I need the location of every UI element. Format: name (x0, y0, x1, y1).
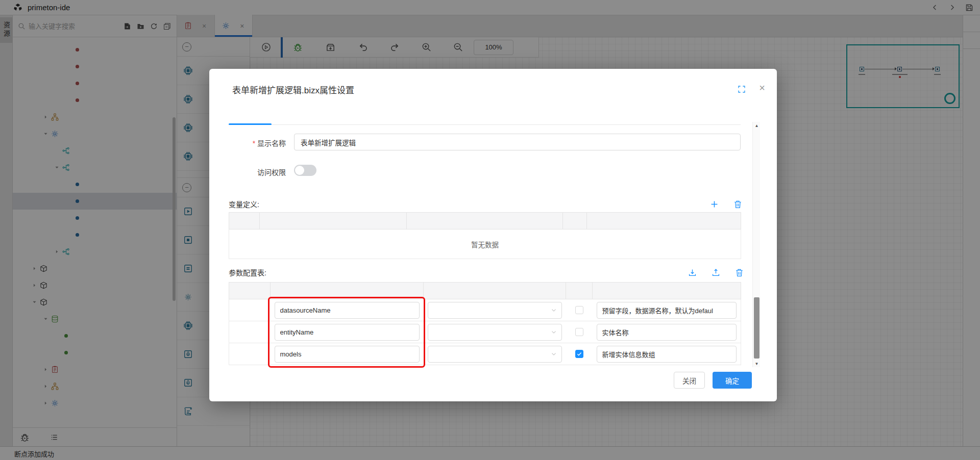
param-section-actions (675, 266, 745, 278)
display-name-label: 显示名称 (229, 138, 286, 148)
param-desc-input[interactable] (597, 346, 737, 363)
param-kind (229, 343, 271, 365)
access-permission-toggle[interactable] (294, 165, 316, 176)
param-array-checkbox[interactable] (575, 328, 583, 336)
param-table-header (566, 283, 593, 299)
scrollbar-thumb[interactable] (754, 297, 760, 359)
export-params-icon[interactable] (709, 266, 722, 278)
properties-dialog: 表单新增扩展逻辑.bizx属性设置 × 显示名称 访问权限 变量定义: 暂无数据… (209, 69, 777, 401)
variable-table-header (587, 213, 741, 229)
dialog-active-tab-indicator[interactable] (229, 123, 272, 125)
chevron-down-icon (550, 328, 557, 336)
param-table-header (229, 283, 271, 299)
param-desc-input[interactable] (597, 324, 737, 341)
variable-section-actions (697, 198, 744, 210)
param-section-label: 参数配置表: (229, 267, 266, 277)
param-table-row (229, 321, 741, 343)
delete-param-icon[interactable] (733, 266, 745, 278)
param-name-input[interactable] (275, 346, 420, 363)
param-table-row (229, 343, 741, 365)
param-array-checkbox[interactable] (575, 306, 583, 314)
dialog-scrollbar[interactable]: ▲ ▼ (752, 122, 760, 367)
dialog-tab-divider (229, 124, 741, 125)
param-kind (229, 321, 271, 343)
param-name-input[interactable] (275, 324, 420, 341)
variable-section-label: 变量定义: (229, 199, 259, 209)
fullscreen-icon[interactable] (736, 84, 747, 95)
variable-table-header (229, 213, 260, 229)
display-name-input[interactable] (294, 134, 741, 150)
param-table-header (424, 283, 566, 299)
param-desc-input[interactable] (597, 302, 737, 319)
access-permission-label: 访问权限 (229, 167, 286, 177)
scroll-down-icon[interactable]: ▼ (753, 360, 761, 367)
variable-table-header (260, 213, 407, 229)
close-icon[interactable]: × (755, 81, 769, 94)
delete-variable-icon[interactable] (731, 198, 744, 210)
param-table-row (229, 299, 741, 321)
import-params-icon[interactable] (686, 266, 698, 278)
variable-table-empty: 暂无数据 (229, 229, 741, 259)
chevron-down-icon (550, 350, 557, 357)
dialog-title: 表单新增扩展逻辑.bizx属性设置 (232, 83, 354, 96)
application-window: primeton-ide 资源 ×× −−RE (0, 0, 980, 460)
chevron-down-icon (550, 306, 557, 314)
param-table-header (271, 283, 424, 299)
param-kind (229, 299, 271, 321)
add-variable-icon[interactable] (708, 198, 720, 210)
confirm-button[interactable]: 确定 (713, 372, 752, 389)
param-type-select[interactable] (428, 346, 562, 363)
param-name-input[interactable] (275, 302, 420, 319)
param-type-select[interactable] (428, 324, 562, 341)
param-table-header (593, 283, 741, 299)
param-table (229, 282, 741, 365)
variable-table: 暂无数据 (229, 212, 741, 259)
variable-table-header (563, 213, 587, 229)
variable-table-header (407, 213, 563, 229)
param-array-checkbox[interactable] (575, 350, 583, 358)
close-button[interactable]: 关闭 (674, 372, 705, 389)
scroll-up-icon[interactable]: ▲ (753, 122, 761, 129)
param-type-select[interactable] (428, 302, 562, 319)
